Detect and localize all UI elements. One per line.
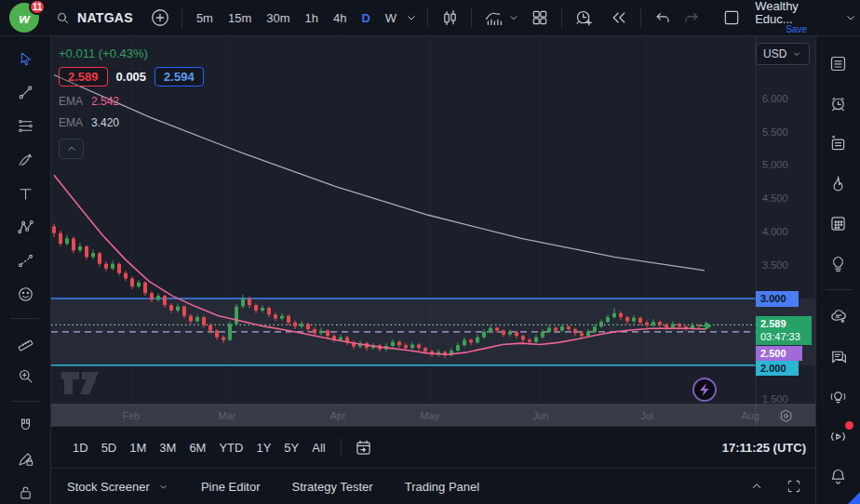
indicator-value: 3.420 bbox=[91, 116, 119, 129]
timeframe-menu-chevron-icon[interactable] bbox=[403, 4, 420, 32]
indicators-chevron-icon[interactable] bbox=[507, 4, 520, 32]
timeframe-5m[interactable]: 5m bbox=[190, 7, 220, 29]
range-6m[interactable]: 6M bbox=[182, 437, 212, 458]
pattern-tool[interactable] bbox=[9, 216, 41, 239]
brush-tool[interactable] bbox=[9, 148, 41, 171]
toolbar-separator bbox=[471, 7, 472, 28]
watchlist-panel-button[interactable] bbox=[825, 51, 853, 75]
candle-body bbox=[143, 283, 147, 293]
range-all[interactable]: All bbox=[305, 437, 331, 458]
timeframe-1h[interactable]: 1h bbox=[299, 7, 325, 29]
ruler-tool[interactable] bbox=[9, 331, 41, 354]
candle-body bbox=[274, 314, 277, 318]
range-1y[interactable]: 1Y bbox=[249, 437, 277, 458]
ideas-panel-button[interactable] bbox=[825, 251, 853, 275]
timeframe-15m[interactable]: 15m bbox=[222, 7, 258, 29]
month-label: Jul bbox=[640, 410, 653, 421]
candle-body bbox=[665, 325, 668, 327]
candle-body bbox=[612, 313, 616, 317]
resize-corner[interactable] bbox=[848, 492, 860, 504]
live-panel-button[interactable] bbox=[825, 424, 853, 448]
save-layout-square-icon[interactable] bbox=[718, 4, 746, 32]
layout-menu-chevron-icon[interactable] bbox=[841, 4, 860, 32]
panel-expand-chevron-button[interactable] bbox=[748, 478, 765, 495]
price-tick: 5.000 bbox=[762, 159, 788, 170]
range-3m[interactable]: 3M bbox=[153, 437, 182, 458]
cursor-tool[interactable] bbox=[9, 47, 41, 71]
streams-panel-button[interactable] bbox=[825, 384, 853, 408]
candle-body bbox=[208, 325, 212, 331]
range-5d[interactable]: 5D bbox=[95, 437, 124, 458]
footer-tab-strategy-tester[interactable]: Strategy Tester bbox=[291, 480, 372, 494]
forecast-tool[interactable] bbox=[9, 249, 41, 272]
clock-utc[interactable]: 17:11:25 (UTC) bbox=[722, 441, 806, 455]
symbol-search[interactable]: NATGAS bbox=[54, 4, 133, 32]
minds-panel-button[interactable] bbox=[825, 304, 853, 328]
candle-body bbox=[652, 322, 655, 325]
lock-all-tool[interactable] bbox=[9, 481, 41, 504]
candle-body bbox=[554, 328, 558, 331]
emoji-tool[interactable] bbox=[9, 283, 41, 306]
candle-body bbox=[619, 313, 623, 317]
text-tool[interactable] bbox=[9, 182, 41, 206]
footer-tab-pine-editor[interactable]: Pine Editor bbox=[201, 480, 261, 494]
candle-body bbox=[339, 338, 343, 340]
magnet-tool[interactable] bbox=[9, 414, 41, 437]
timeframe-D[interactable]: D bbox=[355, 7, 376, 29]
compare-add-symbol-button[interactable] bbox=[146, 4, 174, 32]
calendar-panel-button[interactable] bbox=[825, 211, 853, 235]
chat-panel-button[interactable] bbox=[825, 344, 853, 368]
fullscreen-button[interactable] bbox=[786, 478, 802, 495]
trend-line-tool[interactable] bbox=[9, 81, 41, 104]
go-to-date-button[interactable] bbox=[350, 433, 378, 461]
redo-button[interactable] bbox=[677, 4, 705, 32]
candle-body bbox=[404, 345, 408, 348]
chart-settings-gear-icon[interactable] bbox=[777, 407, 794, 424]
indicators-button[interactable] bbox=[479, 4, 507, 32]
legend-collapse-button[interactable] bbox=[59, 139, 84, 159]
candle-body bbox=[560, 326, 564, 330]
candle-body bbox=[678, 324, 681, 326]
range-1d[interactable]: 1D bbox=[66, 437, 95, 458]
bar-replay-button[interactable] bbox=[605, 4, 633, 32]
range-1m[interactable]: 1M bbox=[123, 437, 153, 458]
sell-price-button[interactable]: 2.589 bbox=[59, 67, 108, 86]
candle-body bbox=[111, 264, 114, 269]
timeframe-30m[interactable]: 30m bbox=[260, 7, 296, 29]
candle-body bbox=[176, 307, 180, 311]
footer-tab-stock-screener[interactable]: Stock Screener bbox=[67, 480, 169, 494]
hotlists-panel-button[interactable] bbox=[825, 171, 853, 195]
notifications-panel-button[interactable] bbox=[825, 464, 853, 488]
indicator-row-ema-fast[interactable]: EMA 2.542 bbox=[59, 95, 204, 108]
currency-dropdown[interactable]: USD bbox=[756, 43, 810, 65]
journal-panel-button[interactable] bbox=[825, 131, 853, 155]
layout-grid-button[interactable] bbox=[526, 4, 554, 32]
price-tick: 5.500 bbox=[762, 126, 788, 138]
zoom-in-tool[interactable] bbox=[9, 365, 41, 388]
layout-name-menu[interactable]: Wealthy Educ... Save bbox=[755, 0, 838, 35]
currency-label: USD bbox=[763, 47, 786, 60]
candle-body bbox=[59, 233, 62, 244]
indicator-name: EMA bbox=[59, 95, 83, 108]
buy-price-button[interactable]: 2.594 bbox=[155, 67, 204, 86]
undo-button[interactable] bbox=[649, 4, 677, 32]
candle-body bbox=[228, 324, 232, 339]
range-5y[interactable]: 5Y bbox=[277, 437, 305, 458]
timeframe-W[interactable]: W bbox=[379, 7, 403, 29]
candle-style-button[interactable] bbox=[436, 4, 464, 32]
candle-body bbox=[541, 332, 544, 338]
candle-body bbox=[534, 338, 538, 342]
indicator-row-ema-slow[interactable]: EMA 3.420 bbox=[59, 116, 204, 129]
save-link[interactable]: Save bbox=[786, 25, 807, 35]
price-tick: 4.500 bbox=[762, 192, 788, 204]
alerts-panel-button[interactable] bbox=[825, 91, 853, 115]
home-logo[interactable]: w 11 bbox=[0, 0, 43, 35]
fib-retracement-tool[interactable] bbox=[9, 114, 41, 138]
drawing-lock-tool[interactable] bbox=[9, 447, 41, 471]
month-label: Apr bbox=[329, 410, 345, 421]
create-alert-button[interactable] bbox=[570, 4, 598, 32]
timeframe-4h[interactable]: 4h bbox=[327, 7, 353, 29]
toolbar-separator bbox=[427, 7, 428, 28]
footer-tab-trading-panel[interactable]: Trading Panel bbox=[405, 480, 479, 494]
range-ytd[interactable]: YTD bbox=[212, 437, 249, 458]
